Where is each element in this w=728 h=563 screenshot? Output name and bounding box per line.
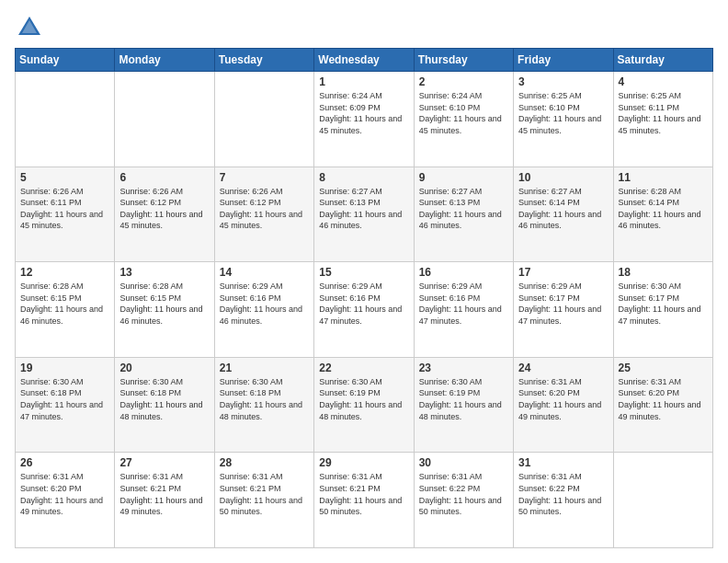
calendar-cell: 9Sunrise: 6:27 AM Sunset: 6:13 PM Daylig… <box>414 167 513 262</box>
calendar-cell: 12Sunrise: 6:28 AM Sunset: 6:15 PM Dayli… <box>16 262 115 358</box>
calendar-week-row: 26Sunrise: 6:31 AM Sunset: 6:20 PM Dayli… <box>16 453 713 548</box>
calendar-cell: 17Sunrise: 6:29 AM Sunset: 6:17 PM Dayli… <box>514 262 613 358</box>
calendar-cell: 6Sunrise: 6:26 AM Sunset: 6:12 PM Daylig… <box>115 167 214 262</box>
day-info: Sunrise: 6:31 AM Sunset: 6:20 PM Dayligh… <box>518 376 608 422</box>
calendar-cell <box>613 453 712 548</box>
day-info: Sunrise: 6:31 AM Sunset: 6:21 PM Dayligh… <box>319 471 408 517</box>
day-info: Sunrise: 6:29 AM Sunset: 6:16 PM Dayligh… <box>419 281 508 327</box>
calendar-cell: 2Sunrise: 6:24 AM Sunset: 6:10 PM Daylig… <box>414 72 513 167</box>
calendar-cell: 21Sunrise: 6:30 AM Sunset: 6:18 PM Dayli… <box>214 357 313 453</box>
calendar-cell: 4Sunrise: 6:25 AM Sunset: 6:11 PM Daylig… <box>613 72 712 167</box>
day-number: 22 <box>319 362 408 374</box>
calendar-cell: 23Sunrise: 6:30 AM Sunset: 6:19 PM Dayli… <box>414 357 513 453</box>
logo-icon <box>17 15 42 40</box>
day-number: 15 <box>319 266 408 279</box>
day-number: 10 <box>518 171 608 184</box>
calendar-cell: 24Sunrise: 6:31 AM Sunset: 6:20 PM Dayli… <box>514 357 613 453</box>
day-number: 6 <box>119 171 209 184</box>
day-number: 3 <box>518 75 608 88</box>
day-number: 30 <box>419 456 508 469</box>
day-info: Sunrise: 6:29 AM Sunset: 6:16 PM Dayligh… <box>319 281 408 327</box>
calendar-header-friday: Friday <box>514 49 613 72</box>
day-number: 11 <box>619 171 708 184</box>
day-info: Sunrise: 6:31 AM Sunset: 6:21 PM Dayligh… <box>119 471 209 517</box>
calendar-cell: 16Sunrise: 6:29 AM Sunset: 6:16 PM Dayli… <box>414 262 513 358</box>
day-number: 13 <box>119 266 209 279</box>
day-number: 5 <box>20 171 109 184</box>
day-info: Sunrise: 6:27 AM Sunset: 6:13 PM Dayligh… <box>319 186 408 232</box>
day-number: 29 <box>319 456 408 469</box>
calendar-cell: 1Sunrise: 6:24 AM Sunset: 6:09 PM Daylig… <box>314 72 414 167</box>
day-info: Sunrise: 6:29 AM Sunset: 6:16 PM Dayligh… <box>220 281 309 327</box>
header <box>15 15 713 39</box>
calendar-cell: 18Sunrise: 6:30 AM Sunset: 6:17 PM Dayli… <box>613 262 712 358</box>
calendar-table: SundayMondayTuesdayWednesdayThursdayFrid… <box>15 48 713 548</box>
day-info: Sunrise: 6:29 AM Sunset: 6:17 PM Dayligh… <box>518 281 608 327</box>
day-number: 2 <box>419 75 508 88</box>
page: SundayMondayTuesdayWednesdayThursdayFrid… <box>0 0 728 563</box>
calendar-week-row: 19Sunrise: 6:30 AM Sunset: 6:18 PM Dayli… <box>16 357 713 453</box>
calendar-cell <box>214 72 313 167</box>
calendar-week-row: 5Sunrise: 6:26 AM Sunset: 6:11 PM Daylig… <box>16 167 713 262</box>
calendar-header-thursday: Thursday <box>414 49 513 72</box>
calendar-cell: 19Sunrise: 6:30 AM Sunset: 6:18 PM Dayli… <box>16 357 115 453</box>
day-info: Sunrise: 6:30 AM Sunset: 6:18 PM Dayligh… <box>20 376 109 422</box>
calendar-header-monday: Monday <box>115 49 214 72</box>
calendar-cell <box>115 72 214 167</box>
day-info: Sunrise: 6:28 AM Sunset: 6:15 PM Dayligh… <box>119 281 209 327</box>
calendar-cell: 8Sunrise: 6:27 AM Sunset: 6:13 PM Daylig… <box>314 167 414 262</box>
day-number: 27 <box>119 456 209 469</box>
day-number: 20 <box>119 362 209 374</box>
calendar-cell: 22Sunrise: 6:30 AM Sunset: 6:19 PM Dayli… <box>314 357 414 453</box>
calendar-week-row: 12Sunrise: 6:28 AM Sunset: 6:15 PM Dayli… <box>16 262 713 358</box>
day-info: Sunrise: 6:30 AM Sunset: 6:19 PM Dayligh… <box>319 376 408 422</box>
calendar-cell: 28Sunrise: 6:31 AM Sunset: 6:21 PM Dayli… <box>214 453 313 548</box>
day-info: Sunrise: 6:30 AM Sunset: 6:17 PM Dayligh… <box>619 281 708 327</box>
day-info: Sunrise: 6:26 AM Sunset: 6:11 PM Dayligh… <box>20 186 109 232</box>
calendar-cell: 27Sunrise: 6:31 AM Sunset: 6:21 PM Dayli… <box>115 453 214 548</box>
calendar-header-sunday: Sunday <box>16 49 115 72</box>
calendar-header-saturday: Saturday <box>613 49 712 72</box>
calendar-cell: 14Sunrise: 6:29 AM Sunset: 6:16 PM Dayli… <box>214 262 313 358</box>
day-info: Sunrise: 6:31 AM Sunset: 6:22 PM Dayligh… <box>518 471 608 517</box>
calendar-cell: 26Sunrise: 6:31 AM Sunset: 6:20 PM Dayli… <box>16 453 115 548</box>
calendar-cell <box>16 72 115 167</box>
day-info: Sunrise: 6:24 AM Sunset: 6:10 PM Dayligh… <box>419 90 508 136</box>
calendar-cell: 10Sunrise: 6:27 AM Sunset: 6:14 PM Dayli… <box>514 167 613 262</box>
calendar-cell: 13Sunrise: 6:28 AM Sunset: 6:15 PM Dayli… <box>115 262 214 358</box>
day-number: 24 <box>518 362 608 374</box>
calendar-cell: 5Sunrise: 6:26 AM Sunset: 6:11 PM Daylig… <box>16 167 115 262</box>
day-info: Sunrise: 6:30 AM Sunset: 6:18 PM Dayligh… <box>220 376 309 422</box>
day-number: 9 <box>419 171 508 184</box>
day-info: Sunrise: 6:26 AM Sunset: 6:12 PM Dayligh… <box>220 186 309 232</box>
calendar-cell: 11Sunrise: 6:28 AM Sunset: 6:14 PM Dayli… <box>613 167 712 262</box>
day-number: 1 <box>319 75 408 88</box>
day-info: Sunrise: 6:24 AM Sunset: 6:09 PM Dayligh… <box>319 90 408 136</box>
day-number: 26 <box>20 456 109 469</box>
day-info: Sunrise: 6:31 AM Sunset: 6:20 PM Dayligh… <box>619 376 708 422</box>
day-number: 25 <box>619 362 708 374</box>
day-number: 28 <box>220 456 309 469</box>
day-number: 31 <box>518 456 608 469</box>
day-info: Sunrise: 6:31 AM Sunset: 6:22 PM Dayligh… <box>419 471 508 517</box>
calendar-cell: 3Sunrise: 6:25 AM Sunset: 6:10 PM Daylig… <box>514 72 613 167</box>
calendar-cell: 29Sunrise: 6:31 AM Sunset: 6:21 PM Dayli… <box>314 453 414 548</box>
calendar-cell: 15Sunrise: 6:29 AM Sunset: 6:16 PM Dayli… <box>314 262 414 358</box>
day-number: 8 <box>319 171 408 184</box>
day-info: Sunrise: 6:31 AM Sunset: 6:21 PM Dayligh… <box>220 471 309 517</box>
day-info: Sunrise: 6:28 AM Sunset: 6:15 PM Dayligh… <box>20 281 109 327</box>
day-number: 23 <box>419 362 508 374</box>
calendar-cell: 25Sunrise: 6:31 AM Sunset: 6:20 PM Dayli… <box>613 357 712 453</box>
logo <box>15 15 42 39</box>
day-info: Sunrise: 6:30 AM Sunset: 6:19 PM Dayligh… <box>419 376 508 422</box>
day-number: 18 <box>619 266 708 279</box>
day-info: Sunrise: 6:27 AM Sunset: 6:14 PM Dayligh… <box>518 186 608 232</box>
calendar-header-tuesday: Tuesday <box>214 49 313 72</box>
day-number: 7 <box>220 171 309 184</box>
day-info: Sunrise: 6:30 AM Sunset: 6:18 PM Dayligh… <box>119 376 209 422</box>
day-number: 4 <box>619 75 708 88</box>
calendar-cell: 30Sunrise: 6:31 AM Sunset: 6:22 PM Dayli… <box>414 453 513 548</box>
day-info: Sunrise: 6:26 AM Sunset: 6:12 PM Dayligh… <box>119 186 209 232</box>
calendar-cell: 7Sunrise: 6:26 AM Sunset: 6:12 PM Daylig… <box>214 167 313 262</box>
calendar-header-row: SundayMondayTuesdayWednesdayThursdayFrid… <box>16 49 713 72</box>
